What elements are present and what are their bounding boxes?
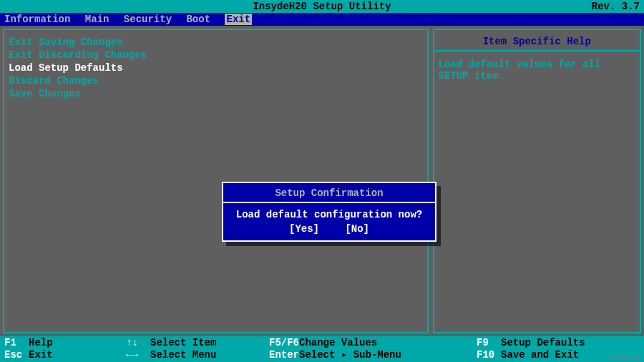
tab-main[interactable]: Main xyxy=(85,14,109,25)
title-bar: InsydeH20 Setup Utility Rev. 3.7 xyxy=(0,0,644,13)
key-f9: F9 xyxy=(477,337,501,349)
label-save-exit: Save and Exit xyxy=(501,349,579,361)
dialog-title: Setup Confirmation xyxy=(226,187,432,199)
exit-menu-pane: Exit Saving Changes Exit Discarding Chan… xyxy=(3,29,429,333)
arrows-updown-icon: ↑↓ xyxy=(126,337,150,349)
main-area: Exit Saving Changes Exit Discarding Chan… xyxy=(0,26,644,336)
key-enter: Enter xyxy=(269,349,299,361)
label-select-item: Select Item xyxy=(150,337,216,349)
yes-button[interactable]: [Yes] xyxy=(289,223,319,235)
menu-exit-saving[interactable]: Exit Saving Changes xyxy=(9,36,423,49)
help-title: Item Specific Help xyxy=(439,36,635,47)
confirmation-dialog: Setup Confirmation Load default configur… xyxy=(222,182,436,242)
key-esc: Esc xyxy=(4,349,29,361)
revision-label: Rev. 3.7 xyxy=(592,0,640,13)
menu-load-defaults[interactable]: Load Setup Defaults xyxy=(9,62,423,74)
tab-exit[interactable]: Exit xyxy=(225,14,252,25)
menu-save-changes[interactable]: Save Changes xyxy=(9,87,423,100)
help-text-line1: Load default values for all xyxy=(439,59,635,70)
label-select-submenu: Select ▸ Sub-Menu xyxy=(299,349,401,361)
menu-bar: Information Main Security Boot Exit xyxy=(0,13,644,26)
footer-bar: F1Help ↑↓Select Item F5/F6Change Values … xyxy=(0,336,644,362)
menu-exit-discarding[interactable]: Exit Discarding Changes xyxy=(9,49,423,62)
dialog-divider xyxy=(223,202,435,203)
key-f10: F10 xyxy=(477,349,501,361)
tab-security[interactable]: Security xyxy=(124,14,172,25)
key-f5f6: F5/F6 xyxy=(269,337,299,349)
label-change-values: Change Values xyxy=(299,337,377,349)
label-select-menu: Select Menu xyxy=(150,349,216,361)
tab-information[interactable]: Information xyxy=(4,14,70,25)
key-f1: F1 xyxy=(4,337,29,349)
app-title: InsydeH20 Setup Utility xyxy=(0,0,644,13)
dialog-message: Load default configuration now? xyxy=(226,209,432,220)
menu-discard-changes[interactable]: Discard Changes xyxy=(9,74,423,87)
no-button[interactable]: [No] xyxy=(345,223,369,235)
label-exit: Exit xyxy=(29,349,53,361)
label-help: Help xyxy=(29,337,53,349)
tab-boot[interactable]: Boot xyxy=(186,14,210,25)
help-divider xyxy=(434,50,640,52)
label-setup-defaults: Setup Defaults xyxy=(501,337,585,349)
dialog-button-row: [Yes] [No] xyxy=(226,223,432,235)
help-text-line2: SETUP item. xyxy=(439,70,635,82)
watermark: wsxdn.com xyxy=(609,353,641,361)
arrows-leftright-icon: ←→ xyxy=(126,349,150,361)
help-pane: Item Specific Help Load default values f… xyxy=(433,29,641,333)
